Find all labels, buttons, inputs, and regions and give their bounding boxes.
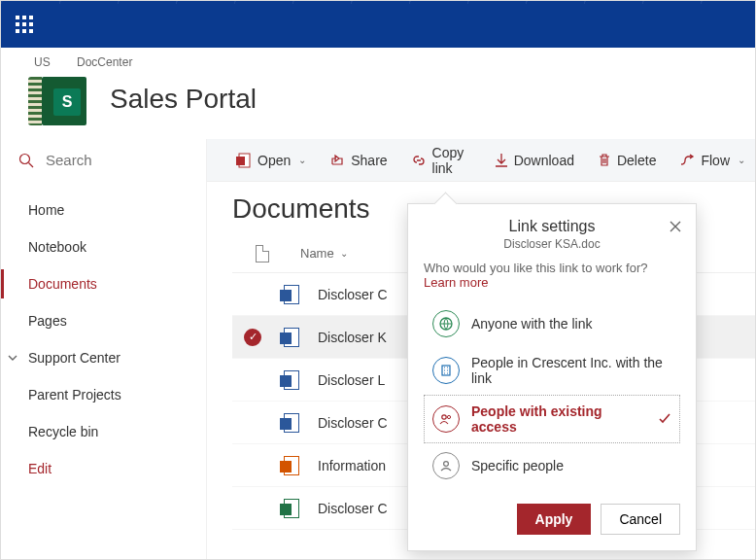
nav-edit[interactable]: Edit <box>1 450 206 487</box>
option-anyone-label: Anyone with the link <box>471 316 593 332</box>
cmd-share-label: Share <box>351 153 387 168</box>
aspx-file-icon <box>283 457 300 474</box>
site-logo-letter: S <box>53 88 81 116</box>
option-specific-people[interactable]: Specific people <box>424 443 680 488</box>
cmd-open-label: Open <box>258 153 291 168</box>
site-header: US DocCenter S Sales Portal <box>1 48 755 139</box>
site-logo[interactable]: S <box>28 73 86 125</box>
download-icon <box>495 153 508 168</box>
svg-point-16 <box>447 415 450 418</box>
file-type-column-icon <box>256 245 269 262</box>
globe-icon <box>432 310 460 337</box>
file-name: Discloser C <box>318 287 388 302</box>
svg-point-15 <box>442 415 446 419</box>
link-settings-callout: Link settings Discloser KSA.doc Who woul… <box>407 203 697 551</box>
nav-recycle-bin[interactable]: Recycle bin <box>1 413 206 450</box>
close-icon <box>669 220 682 233</box>
cancel-button[interactable]: Cancel <box>601 504 680 535</box>
file-name: Discloser C <box>318 415 388 431</box>
check-icon <box>658 411 671 428</box>
people-icon <box>432 405 460 433</box>
breadcrumb-us[interactable]: US <box>34 55 51 69</box>
svg-point-9 <box>20 154 30 163</box>
svg-rect-14 <box>442 366 450 375</box>
breadcrumb-doccenter[interactable]: DocCenter <box>77 55 132 69</box>
link-icon <box>411 153 427 168</box>
svg-rect-1 <box>22 16 26 19</box>
svg-rect-2 <box>29 16 33 19</box>
nav-documents[interactable]: Documents <box>1 265 206 302</box>
option-existing-access[interactable]: People with existing access <box>424 395 680 443</box>
share-icon <box>329 153 345 168</box>
svg-point-17 <box>444 462 449 467</box>
option-anyone[interactable]: Anyone with the link <box>424 301 680 346</box>
excel-file-icon <box>283 500 300 517</box>
quick-launch: Home Notebook Documents Pages Support Ce… <box>1 182 206 487</box>
file-name: Discloser C <box>318 501 388 516</box>
column-name[interactable]: Name ⌄ <box>300 246 348 261</box>
svg-rect-4 <box>22 22 26 26</box>
suite-bar <box>1 1 755 48</box>
nav-notebook[interactable]: Notebook <box>1 228 206 265</box>
breadcrumb: US DocCenter <box>28 55 743 69</box>
callout-title: Link settings <box>424 218 680 235</box>
word-file-icon <box>283 414 300 432</box>
svg-line-10 <box>29 162 34 167</box>
svg-rect-5 <box>29 22 33 26</box>
chevron-down-icon <box>7 352 18 364</box>
svg-rect-8 <box>29 29 33 33</box>
svg-rect-6 <box>16 29 19 33</box>
nav-pages[interactable]: Pages <box>1 302 206 339</box>
option-org-label: People in Crescent Inc. with the link <box>471 355 671 386</box>
nav-home[interactable]: Home <box>1 192 206 228</box>
site-title: Sales Portal <box>110 84 257 115</box>
svg-rect-3 <box>16 22 19 26</box>
close-button[interactable] <box>669 220 682 236</box>
cmd-download[interactable]: Download <box>485 139 584 182</box>
nav-parent-projects[interactable]: Parent Projects <box>1 376 206 413</box>
file-name: Information <box>318 458 386 473</box>
callout-question: Who would you like this link to work for… <box>424 261 680 290</box>
cmd-open[interactable]: Open ⌄ <box>226 139 316 182</box>
svg-rect-12 <box>236 157 245 165</box>
cmd-copy-link-label: Copy link <box>432 145 471 176</box>
option-org[interactable]: People in Crescent Inc. with the link <box>424 346 680 395</box>
learn-more-link[interactable]: Learn more <box>424 275 488 290</box>
chevron-down-icon: ⌄ <box>340 248 348 259</box>
cmd-share[interactable]: Share <box>320 139 396 182</box>
word-file-icon <box>283 329 300 346</box>
app-launcher-icon[interactable] <box>9 9 40 40</box>
option-specific-label: Specific people <box>471 458 564 473</box>
person-icon <box>432 452 460 479</box>
nav-support-center[interactable]: Support Center <box>1 339 206 376</box>
cmd-copy-link[interactable]: Copy link <box>401 139 481 182</box>
search-input[interactable] <box>44 151 180 169</box>
command-bar: Open ⌄ Share Copy link Download <box>207 139 755 182</box>
word-file-icon <box>283 286 300 303</box>
chevron-down-icon: ⌄ <box>738 155 745 165</box>
search-box[interactable] <box>1 139 206 182</box>
svg-rect-0 <box>16 16 19 19</box>
column-name-label: Name <box>300 246 334 261</box>
option-existing-label: People with existing access <box>471 403 646 435</box>
trash-icon <box>598 153 611 168</box>
nav-support-center-label: Support Center <box>28 350 120 366</box>
org-icon <box>432 357 460 384</box>
cmd-flow[interactable]: Flow ⌄ <box>670 139 755 182</box>
word-file-icon <box>283 371 300 389</box>
flow-icon <box>679 153 695 168</box>
cmd-download-label: Download <box>514 153 574 168</box>
word-app-icon <box>236 153 252 168</box>
file-name: Discloser L <box>318 372 385 388</box>
chevron-down-icon: ⌄ <box>298 155 306 165</box>
search-icon <box>18 153 34 168</box>
row-selected-check-icon[interactable]: ✓ <box>244 329 261 346</box>
apply-button[interactable]: Apply <box>517 504 592 535</box>
callout-subtitle: Discloser KSA.doc <box>424 237 680 251</box>
cmd-flow-label: Flow <box>701 153 730 168</box>
file-name: Discloser K <box>318 330 387 345</box>
svg-rect-7 <box>22 29 26 33</box>
cmd-delete[interactable]: Delete <box>588 139 666 182</box>
left-column: Home Notebook Documents Pages Support Ce… <box>1 139 207 560</box>
cmd-delete-label: Delete <box>617 153 656 168</box>
